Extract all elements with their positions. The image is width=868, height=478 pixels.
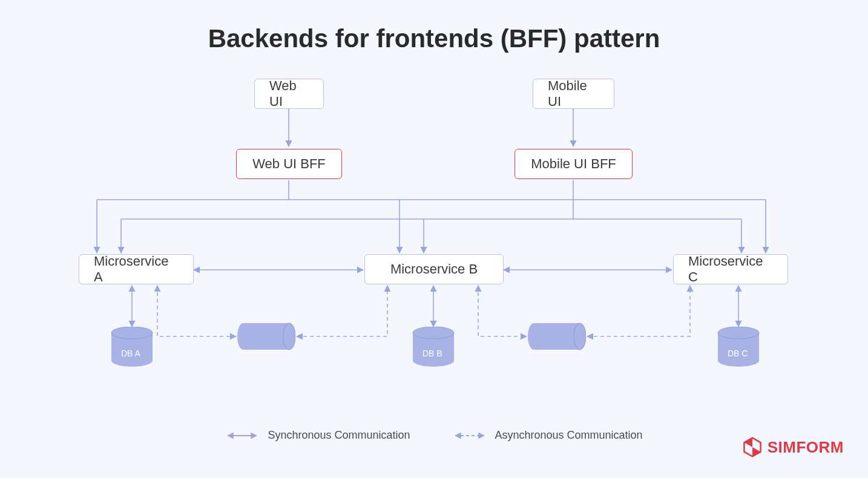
brand-logo: SIMFORM: [742, 437, 844, 457]
legend-async: Asynchronous Communication: [453, 429, 643, 442]
legend-async-line-icon: [453, 432, 487, 439]
node-microservice-c: Microservice C: [673, 254, 788, 284]
diagram-title: Backends for frontends (BFF) pattern: [0, 24, 868, 53]
queue-b-c-icon: [528, 322, 586, 351]
database-b-label: DB B: [422, 349, 442, 358]
database-c-icon: [717, 327, 760, 367]
brand-text: SIMFORM: [768, 438, 844, 457]
svg-rect-32: [243, 323, 289, 350]
database-b-icon: [412, 327, 455, 367]
svg-rect-36: [534, 323, 580, 350]
node-mobile-ui: Mobile UI: [533, 79, 614, 109]
legend-sync-line-icon: [225, 432, 259, 439]
node-microservice-a: Microservice A: [79, 254, 194, 284]
brand-mark-icon: [742, 437, 763, 457]
database-a-label: DB A: [121, 349, 140, 358]
legend-async-label: Asynchronous Communication: [495, 429, 643, 442]
database-a-icon: [110, 327, 154, 367]
legend-sync: Synchronous Communication: [225, 429, 410, 442]
connectors-layer: [0, 0, 868, 478]
legend: Synchronous Communication Asynchronous C…: [0, 429, 868, 442]
database-c-label: DB C: [728, 349, 748, 358]
node-web-bff: Web UI BFF: [236, 149, 342, 179]
legend-sync-label: Synchronous Communication: [268, 429, 410, 442]
queue-a-b-icon: [237, 322, 295, 351]
node-mobile-bff: Mobile UI BFF: [515, 149, 633, 179]
node-microservice-b: Microservice B: [364, 254, 504, 284]
node-web-ui: Web UI: [254, 79, 324, 109]
